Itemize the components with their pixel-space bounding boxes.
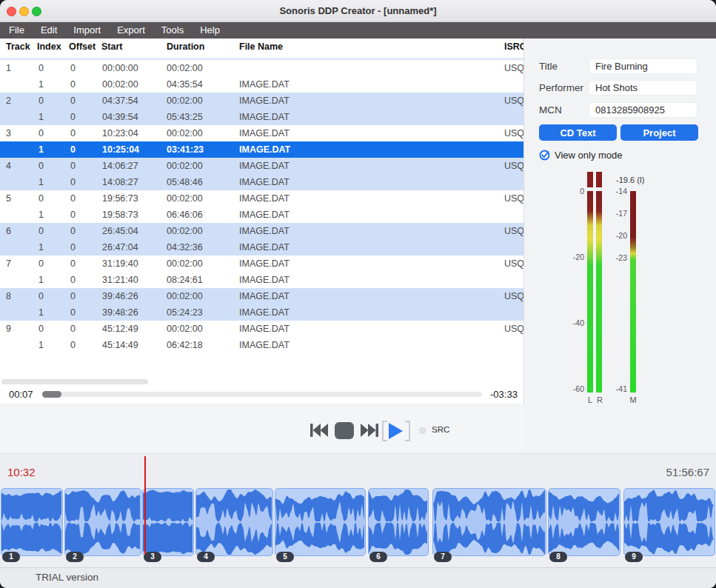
menu-item-import[interactable]: Import	[73, 22, 101, 39]
cell-offset: 0	[70, 190, 76, 207]
m-scale-tick: -41	[605, 384, 627, 393]
waveform-track-segment[interactable]	[368, 488, 429, 556]
cell-isrc: USQ	[504, 255, 524, 272]
column-header-file-name[interactable]: File Name	[239, 41, 283, 52]
cell-file: IMAGE.DAT	[239, 76, 290, 93]
cell-file: IMAGE.DAT	[239, 337, 290, 353]
menu-item-tools[interactable]: Tools	[161, 22, 184, 39]
cell-isrc: USQ	[504, 321, 524, 337]
cell-duration: 00:02:00	[167, 223, 203, 239]
waveform-track-segment[interactable]	[1, 488, 63, 556]
cell-file: IMAGE.DAT	[239, 223, 290, 239]
lr-scale-tick: 0	[562, 187, 584, 196]
column-header-track[interactable]: Track	[6, 41, 30, 52]
view-only-checkbox[interactable]: View only mode	[539, 149, 623, 161]
table-row[interactable]: 1004:39:5405:43:25IMAGE.DAT	[0, 109, 524, 125]
cell-index: 1	[39, 174, 44, 190]
cell-track: 8	[6, 288, 11, 304]
cell-index: 1	[39, 272, 44, 288]
track-number-badge: 9	[625, 552, 643, 562]
table-row[interactable]: 1045:14:4906:42:18IMAGE.DAT	[0, 337, 524, 353]
table-row[interactable]: 70031:19:4000:02:00IMAGE.DATUSQ	[0, 255, 524, 272]
table-row[interactable]: 80039:46:2600:02:00IMAGE.DATUSQ	[0, 288, 524, 304]
cell-track: 4	[6, 158, 11, 174]
table-row[interactable]: 90045:12:4900:02:00IMAGE.DATUSQ	[0, 321, 524, 337]
src-label: SRC	[432, 425, 449, 434]
cell-start: 00:00:00	[102, 60, 138, 76]
seek-slider-thumb[interactable]	[42, 391, 61, 398]
table-row[interactable]: 1014:08:2705:48:46IMAGE.DAT	[0, 174, 524, 190]
cell-offset: 0	[70, 239, 76, 255]
cell-file: IMAGE.DAT	[239, 190, 290, 207]
cd-text-button[interactable]: CD Text	[539, 124, 617, 141]
table-row[interactable]: 1019:58:7306:46:06IMAGE.DAT	[0, 207, 524, 223]
performer-field[interactable]: Hot Shots	[589, 80, 697, 96]
cell-offset: 0	[70, 76, 76, 93]
table-row[interactable]: 20004:37:5400:02:00IMAGE.DATUSQ	[0, 93, 524, 109]
waveform-track-segment[interactable]	[623, 488, 715, 556]
column-header-start[interactable]: Start	[101, 41, 122, 52]
table-row[interactable]: 1010:25:0403:41:23IMAGE.DAT	[0, 141, 524, 158]
play-button[interactable]	[388, 422, 404, 442]
menu-item-edit[interactable]: Edit	[41, 22, 57, 39]
cell-offset: 0	[70, 60, 76, 76]
track-number-badge: 1	[2, 552, 20, 562]
waveform-track-segment[interactable]	[195, 488, 273, 556]
column-header-duration[interactable]: Duration	[167, 41, 204, 52]
stop-button[interactable]	[335, 422, 354, 439]
waveform-track-segment[interactable]	[142, 488, 194, 556]
cell-file: IMAGE.DAT	[239, 125, 290, 141]
m-scale-tick: -14	[605, 187, 627, 196]
cell-start: 04:37:54	[102, 93, 138, 109]
table-row[interactable]: 1039:48:2605:24:23IMAGE.DAT	[0, 304, 524, 321]
cell-start: 14:06:27	[102, 158, 138, 174]
table-row[interactable]: 1031:21:4008:24:61IMAGE.DAT	[0, 272, 524, 288]
cell-track: 5	[6, 190, 11, 207]
title-label: Title	[539, 61, 558, 72]
cell-isrc: USQ	[504, 60, 524, 76]
horizontal-scrollbar[interactable]	[1, 379, 148, 384]
waveform-track-segment[interactable]	[275, 488, 366, 556]
waveform-track-segment[interactable]	[432, 488, 546, 556]
table-row[interactable]: 10000:00:0000:02:00USQ	[0, 60, 524, 76]
player-seek-row: 00:07 -03:33	[0, 387, 523, 404]
cell-index: 0	[39, 190, 44, 207]
seek-slider[interactable]	[42, 392, 482, 397]
track-number-badge: 5	[276, 552, 294, 562]
next-track-button[interactable]	[361, 423, 378, 440]
cell-file: IMAGE.DAT	[239, 158, 290, 174]
table-row[interactable]: 1026:47:0404:32:36IMAGE.DAT	[0, 239, 524, 255]
table-row[interactable]: 60026:45:0400:02:00IMAGE.DATUSQ	[0, 223, 524, 239]
cell-index: 0	[39, 223, 44, 239]
cell-index: 0	[39, 125, 44, 141]
menu-item-help[interactable]: Help	[200, 22, 220, 39]
table-row[interactable]: 30010:23:0400:02:00IMAGE.DATUSQ	[0, 125, 524, 141]
menu-bar: FileEditImportExportToolsHelp	[0, 22, 716, 39]
table-row[interactable]: 50019:56:7300:02:00IMAGE.DATUSQ	[0, 190, 524, 207]
menu-item-file[interactable]: File	[9, 22, 24, 39]
playhead-cursor[interactable]	[144, 456, 146, 555]
cell-start: 14:08:27	[102, 174, 138, 190]
column-header-offset[interactable]: Offset	[69, 41, 96, 52]
column-header-index[interactable]: Index	[37, 41, 61, 52]
status-bar: TRIAL version	[0, 567, 716, 588]
mcn-field[interactable]: 0813285908925	[589, 102, 697, 118]
table-row[interactable]: 40014:06:2700:02:00IMAGE.DATUSQ	[0, 158, 524, 174]
column-header-isrc[interactable]: ISRC	[504, 41, 524, 52]
table-row[interactable]: 1000:02:0004:35:54IMAGE.DAT	[0, 76, 524, 93]
project-button[interactable]: Project	[620, 124, 698, 141]
cell-duration: 05:43:25	[167, 109, 203, 125]
title-field[interactable]: Fire Burning	[589, 59, 697, 74]
cell-track: 7	[6, 255, 11, 272]
waveform-track-segment[interactable]	[64, 488, 141, 556]
cell-track: 3	[6, 125, 11, 141]
waveform-track-segment[interactable]	[548, 488, 620, 556]
cell-duration: 00:02:00	[167, 125, 203, 141]
cell-index: 1	[39, 141, 44, 158]
cell-offset: 0	[70, 158, 76, 174]
cell-index: 0	[39, 321, 44, 337]
cell-file: IMAGE.DAT	[239, 239, 290, 255]
previous-track-button[interactable]	[310, 423, 328, 440]
view-only-label: View only mode	[555, 150, 623, 161]
menu-item-export[interactable]: Export	[117, 22, 145, 39]
